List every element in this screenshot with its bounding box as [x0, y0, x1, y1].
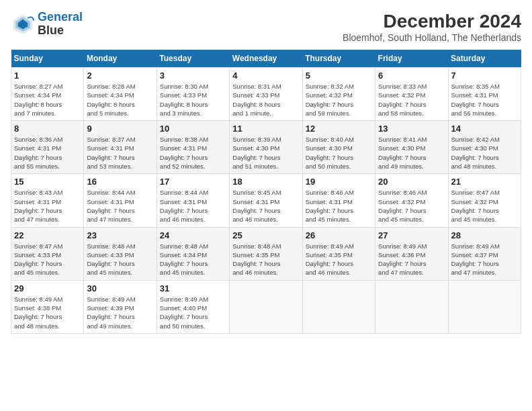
day-number: 30	[87, 283, 153, 293]
day-number: 7	[451, 71, 518, 81]
day-number: 5	[306, 71, 372, 81]
col-header-monday: Monday	[84, 50, 157, 68]
day-info: Sunrise: 8:31 AMSunset: 4:33 PMDaylight:…	[232, 82, 299, 118]
day-info: Sunrise: 8:49 AMSunset: 4:39 PMDaylight:…	[87, 295, 153, 330]
calendar-cell: 8Sunrise: 8:36 AMSunset: 4:31 PMDaylight…	[11, 121, 84, 174]
calendar-cell	[302, 280, 375, 333]
day-info: Sunrise: 8:46 AMSunset: 4:31 PMDaylight:…	[306, 188, 372, 224]
calendar-cell: 25Sunrise: 8:48 AMSunset: 4:35 PMDayligh…	[230, 227, 302, 280]
day-info: Sunrise: 8:37 AMSunset: 4:31 PMDaylight:…	[87, 135, 153, 171]
day-info: Sunrise: 8:32 AMSunset: 4:32 PMDaylight:…	[306, 82, 372, 118]
page-header: General Blue December 2024 Bloemhof, Sou…	[11, 11, 521, 43]
location-subtitle: Bloemhof, South Holland, The Netherlands	[343, 32, 521, 43]
day-number: 14	[451, 124, 518, 134]
calendar-cell: 13Sunrise: 8:41 AMSunset: 4:30 PMDayligh…	[375, 121, 448, 174]
col-header-wednesday: Wednesday	[230, 50, 302, 68]
day-number: 20	[378, 177, 445, 187]
calendar-cell: 9Sunrise: 8:37 AMSunset: 4:31 PMDaylight…	[84, 121, 157, 174]
day-number: 9	[87, 124, 153, 134]
day-info: Sunrise: 8:41 AMSunset: 4:30 PMDaylight:…	[378, 135, 445, 171]
calendar-cell: 17Sunrise: 8:44 AMSunset: 4:31 PMDayligh…	[157, 174, 229, 227]
calendar-header: SundayMondayTuesdayWednesdayThursdayFrid…	[11, 50, 521, 68]
calendar-cell: 12Sunrise: 8:40 AMSunset: 4:30 PMDayligh…	[302, 121, 375, 174]
calendar-cell: 28Sunrise: 8:49 AMSunset: 4:37 PMDayligh…	[448, 227, 521, 280]
day-info: Sunrise: 8:28 AMSunset: 4:34 PMDaylight:…	[87, 82, 153, 118]
col-header-thursday: Thursday	[302, 50, 375, 68]
day-number: 21	[451, 177, 518, 187]
day-number: 4	[232, 71, 299, 81]
day-info: Sunrise: 8:49 AMSunset: 4:36 PMDaylight:…	[378, 242, 445, 277]
day-number: 19	[306, 177, 372, 187]
day-info: Sunrise: 8:30 AMSunset: 4:33 PMDaylight:…	[160, 82, 226, 118]
calendar-cell: 14Sunrise: 8:42 AMSunset: 4:30 PMDayligh…	[448, 121, 521, 174]
calendar-cell: 2Sunrise: 8:28 AMSunset: 4:34 PMDaylight…	[84, 68, 157, 121]
day-info: Sunrise: 8:44 AMSunset: 4:31 PMDaylight:…	[160, 188, 226, 224]
calendar-cell: 23Sunrise: 8:48 AMSunset: 4:33 PMDayligh…	[84, 227, 157, 280]
day-number: 24	[160, 230, 226, 240]
day-number: 8	[14, 124, 81, 134]
day-info: Sunrise: 8:35 AMSunset: 4:31 PMDaylight:…	[451, 82, 518, 118]
day-number: 23	[87, 230, 153, 240]
day-number: 1	[14, 71, 81, 81]
day-number: 18	[232, 177, 299, 187]
day-info: Sunrise: 8:49 AMSunset: 4:40 PMDaylight:…	[160, 295, 226, 330]
day-info: Sunrise: 8:38 AMSunset: 4:31 PMDaylight:…	[160, 135, 226, 171]
day-info: Sunrise: 8:42 AMSunset: 4:30 PMDaylight:…	[451, 135, 518, 171]
day-number: 15	[14, 177, 81, 187]
day-info: Sunrise: 8:43 AMSunset: 4:31 PMDaylight:…	[14, 188, 81, 224]
day-number: 17	[160, 177, 226, 187]
calendar-cell: 16Sunrise: 8:44 AMSunset: 4:31 PMDayligh…	[84, 174, 157, 227]
calendar-cell: 15Sunrise: 8:43 AMSunset: 4:31 PMDayligh…	[11, 174, 84, 227]
logo: General Blue	[11, 11, 83, 38]
logo-text: General Blue	[38, 11, 83, 38]
day-info: Sunrise: 8:47 AMSunset: 4:32 PMDaylight:…	[451, 188, 518, 224]
day-number: 28	[451, 230, 518, 240]
day-number: 2	[87, 71, 153, 81]
day-number: 11	[232, 124, 299, 134]
day-info: Sunrise: 8:49 AMSunset: 4:35 PMDaylight:…	[306, 242, 372, 277]
calendar-cell	[230, 280, 302, 333]
day-info: Sunrise: 8:47 AMSunset: 4:33 PMDaylight:…	[14, 242, 81, 277]
title-block: December 2024 Bloemhof, South Holland, T…	[343, 11, 521, 43]
calendar-cell: 10Sunrise: 8:38 AMSunset: 4:31 PMDayligh…	[157, 121, 229, 174]
calendar-cell	[448, 280, 521, 333]
calendar-cell: 6Sunrise: 8:33 AMSunset: 4:32 PMDaylight…	[375, 68, 448, 121]
calendar-week-5: 29Sunrise: 8:49 AMSunset: 4:38 PMDayligh…	[11, 280, 521, 333]
day-info: Sunrise: 8:48 AMSunset: 4:34 PMDaylight:…	[160, 242, 226, 277]
calendar-cell: 22Sunrise: 8:47 AMSunset: 4:33 PMDayligh…	[11, 227, 84, 280]
calendar-cell: 11Sunrise: 8:39 AMSunset: 4:30 PMDayligh…	[230, 121, 302, 174]
day-info: Sunrise: 8:48 AMSunset: 4:33 PMDaylight:…	[87, 242, 153, 277]
logo-icon	[11, 12, 35, 36]
day-number: 12	[306, 124, 372, 134]
calendar-cell: 30Sunrise: 8:49 AMSunset: 4:39 PMDayligh…	[84, 280, 157, 333]
calendar-cell: 24Sunrise: 8:48 AMSunset: 4:34 PMDayligh…	[157, 227, 229, 280]
calendar-table: SundayMondayTuesdayWednesdayThursdayFrid…	[11, 50, 521, 334]
col-header-friday: Friday	[375, 50, 448, 68]
calendar-week-4: 22Sunrise: 8:47 AMSunset: 4:33 PMDayligh…	[11, 227, 521, 280]
day-info: Sunrise: 8:36 AMSunset: 4:31 PMDaylight:…	[14, 135, 81, 171]
day-info: Sunrise: 8:40 AMSunset: 4:30 PMDaylight:…	[306, 135, 372, 171]
calendar-week-1: 1Sunrise: 8:27 AMSunset: 4:34 PMDaylight…	[11, 68, 521, 121]
calendar-cell: 26Sunrise: 8:49 AMSunset: 4:35 PMDayligh…	[302, 227, 375, 280]
day-info: Sunrise: 8:27 AMSunset: 4:34 PMDaylight:…	[14, 82, 81, 118]
day-info: Sunrise: 8:45 AMSunset: 4:31 PMDaylight:…	[232, 188, 299, 224]
calendar-cell: 3Sunrise: 8:30 AMSunset: 4:33 PMDaylight…	[157, 68, 229, 121]
col-header-saturday: Saturday	[448, 50, 521, 68]
day-number: 26	[306, 230, 372, 240]
calendar-cell: 7Sunrise: 8:35 AMSunset: 4:31 PMDaylight…	[448, 68, 521, 121]
day-info: Sunrise: 8:44 AMSunset: 4:31 PMDaylight:…	[87, 188, 153, 224]
calendar-cell: 1Sunrise: 8:27 AMSunset: 4:34 PMDaylight…	[11, 68, 84, 121]
calendar-cell: 4Sunrise: 8:31 AMSunset: 4:33 PMDaylight…	[230, 68, 302, 121]
day-number: 3	[160, 71, 226, 81]
day-number: 10	[160, 124, 226, 134]
day-info: Sunrise: 8:39 AMSunset: 4:30 PMDaylight:…	[232, 135, 299, 171]
month-title: December 2024	[343, 11, 521, 32]
day-number: 29	[14, 283, 81, 293]
calendar-cell: 27Sunrise: 8:49 AMSunset: 4:36 PMDayligh…	[375, 227, 448, 280]
calendar-week-2: 8Sunrise: 8:36 AMSunset: 4:31 PMDaylight…	[11, 121, 521, 174]
day-info: Sunrise: 8:48 AMSunset: 4:35 PMDaylight:…	[232, 242, 299, 277]
calendar-cell: 5Sunrise: 8:32 AMSunset: 4:32 PMDaylight…	[302, 68, 375, 121]
calendar-cell: 29Sunrise: 8:49 AMSunset: 4:38 PMDayligh…	[11, 280, 84, 333]
day-number: 22	[14, 230, 81, 240]
day-number: 25	[232, 230, 299, 240]
